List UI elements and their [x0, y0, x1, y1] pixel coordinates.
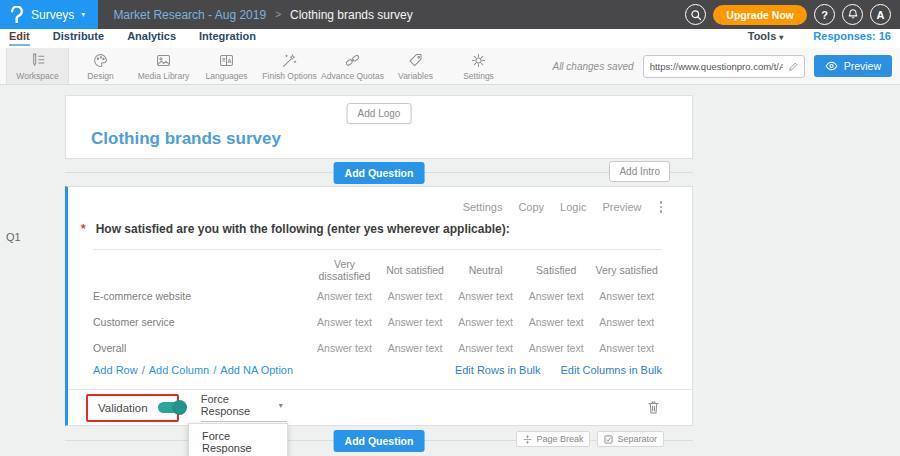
tools-menu[interactable]: Tools ▾	[748, 30, 784, 42]
answer-cell[interactable]: Answer text	[380, 342, 451, 354]
eye-icon	[825, 61, 838, 71]
add-question-button-top[interactable]: Add Question	[334, 162, 425, 184]
column-header[interactable]: Very dissatisfied	[309, 258, 380, 282]
help-button[interactable]: ?	[814, 4, 835, 25]
matrix-row: E-commerce website Answer text Answer te…	[93, 283, 662, 309]
add-question-button-bottom[interactable]: Add Question	[334, 430, 425, 452]
dropdown-option-force-response[interactable]: Force Response	[189, 424, 287, 456]
column-header[interactable]: Satisfied	[521, 264, 592, 276]
answer-cell[interactable]: Answer text	[591, 290, 662, 302]
toolbar-item-variables[interactable]: Variables	[384, 48, 447, 84]
kebab-menu-icon[interactable]	[658, 201, 665, 213]
answer-cell[interactable]: Answer text	[591, 316, 662, 328]
survey-url-input[interactable]	[650, 61, 783, 72]
quota-links-icon	[344, 52, 361, 69]
bell-icon	[847, 8, 859, 21]
chevron-down-icon: ▾	[779, 33, 783, 42]
add-row-link[interactable]: Add Row	[93, 364, 138, 376]
tab-analytics[interactable]: Analytics	[127, 30, 176, 46]
search-icon	[690, 9, 702, 21]
question-text[interactable]: How satisfied are you with the following…	[96, 222, 510, 236]
matrix-header-row: Very dissatisfied Not satisfied Neutral …	[93, 257, 662, 283]
answer-cell[interactable]: Answer text	[450, 290, 521, 302]
edit-columns-in-bulk-link[interactable]: Edit Columns in Bulk	[561, 364, 663, 376]
question-copy-link[interactable]: Copy	[518, 201, 544, 213]
delete-question-button[interactable]	[647, 400, 660, 415]
question-settings-link[interactable]: Settings	[463, 201, 503, 213]
toolbar-item-advance-quotas[interactable]: Advance Quotas	[321, 48, 384, 84]
toolbar-item-settings[interactable]: Settings	[447, 48, 510, 84]
tab-integration[interactable]: Integration	[199, 30, 256, 46]
preview-button[interactable]: Preview	[814, 55, 892, 77]
answer-cell[interactable]: Answer text	[450, 342, 521, 354]
column-header[interactable]: Neutral	[450, 264, 521, 276]
row-label[interactable]: E-commerce website	[93, 290, 309, 302]
question-number-label: Q1	[6, 231, 21, 243]
notifications-button[interactable]	[842, 4, 863, 25]
tab-edit[interactable]: Edit	[9, 30, 30, 46]
chevron-down-icon: ▾	[279, 401, 283, 410]
breadcrumb-folder[interactable]: Market Research - Aug 2019	[113, 8, 266, 22]
answer-cell[interactable]: Answer text	[521, 290, 592, 302]
responses-link[interactable]: Responses: 16	[813, 30, 891, 42]
survey-title[interactable]: Clothing brands survey	[91, 129, 281, 149]
validation-toggle[interactable]	[158, 402, 185, 413]
toolbar-right: All changes saved Preview	[552, 48, 900, 84]
survey-canvas: Q1 Add Logo Clothing brands survey Add Q…	[0, 95, 900, 456]
edit-rows-in-bulk-link[interactable]: Edit Rows in Bulk	[455, 364, 541, 376]
question-preview-link[interactable]: Preview	[602, 201, 641, 213]
separator-checkbox-icon	[604, 435, 613, 444]
answer-cell[interactable]: Answer text	[309, 290, 380, 302]
row-label[interactable]: Overall	[93, 342, 309, 354]
insert-strip-top: Add Question Add Intro	[65, 159, 693, 186]
top-bar: Surveys ▾ Market Research - Aug 2019 > C…	[0, 0, 900, 29]
row-label[interactable]: Customer service	[93, 316, 309, 328]
edit-url-pencil-icon[interactable]	[788, 61, 799, 72]
avatar[interactable]: A	[870, 4, 891, 25]
answer-cell[interactable]: Answer text	[521, 316, 592, 328]
magic-wand-icon	[281, 52, 298, 69]
answer-cell[interactable]: Answer text	[309, 342, 380, 354]
nav-tabs: Edit Distribute Analytics Integration	[9, 30, 256, 46]
toolbar-item-design[interactable]: Design	[69, 48, 132, 84]
toolbar-item-workspace[interactable]: Workspace	[6, 48, 69, 84]
question-card-q1: Settings Copy Logic Preview * How satisf…	[65, 186, 693, 426]
separator-button[interactable]: Separator	[597, 431, 664, 447]
answer-cell[interactable]: Answer text	[450, 316, 521, 328]
answer-cell[interactable]: Answer text	[309, 316, 380, 328]
answer-cell[interactable]: Answer text	[521, 342, 592, 354]
question-logic-link[interactable]: Logic	[560, 201, 586, 213]
insert-strip-bottom: Add Question Page Break Separator	[65, 426, 693, 456]
nav-right: Tools ▾ Responses: 16	[748, 30, 891, 42]
add-intro-button[interactable]: Add Intro	[609, 161, 670, 182]
page-break-button[interactable]: Page Break	[516, 431, 590, 447]
add-na-option-link[interactable]: Add NA Option	[220, 364, 293, 376]
answer-cell[interactable]: Answer text	[591, 342, 662, 354]
toolbar-item-finish-options[interactable]: Finish Options	[258, 48, 321, 84]
survey-url-field[interactable]	[643, 55, 805, 78]
validation-type-dropdown[interactable]: Force Response ▾	[201, 393, 287, 422]
trash-icon	[647, 400, 660, 415]
add-column-link[interactable]: Add Column	[149, 364, 210, 376]
search-button[interactable]	[685, 4, 706, 25]
column-header[interactable]: Not satisfied	[380, 264, 451, 276]
toolbar-item-languages[interactable]: Languages	[195, 48, 258, 84]
toolbar-item-media-library[interactable]: Media Library	[132, 48, 195, 84]
survey-nav: Edit Distribute Analytics Integration To…	[0, 29, 900, 48]
column-header[interactable]: Very satisfied	[591, 264, 662, 276]
workspace-icon	[29, 52, 46, 69]
answer-cell[interactable]: Answer text	[380, 290, 451, 302]
chevron-down-icon: ▾	[81, 10, 85, 19]
question-actions: Settings Copy Logic Preview	[463, 201, 664, 213]
tab-distribute[interactable]: Distribute	[53, 30, 104, 46]
surveys-app-menu[interactable]: Surveys ▾	[0, 0, 98, 29]
add-logo-button[interactable]: Add Logo	[347, 103, 412, 124]
required-asterisk: *	[81, 222, 86, 236]
answer-cell[interactable]: Answer text	[380, 316, 451, 328]
gear-icon	[470, 52, 487, 69]
tag-icon	[407, 52, 424, 69]
matrix-row: Overall Answer text Answer text Answer t…	[93, 335, 662, 361]
upgrade-now-button[interactable]: Upgrade Now	[713, 5, 807, 25]
translate-icon	[218, 52, 235, 69]
editor-toolbar: Workspace Design Media Library Languages…	[0, 48, 900, 85]
